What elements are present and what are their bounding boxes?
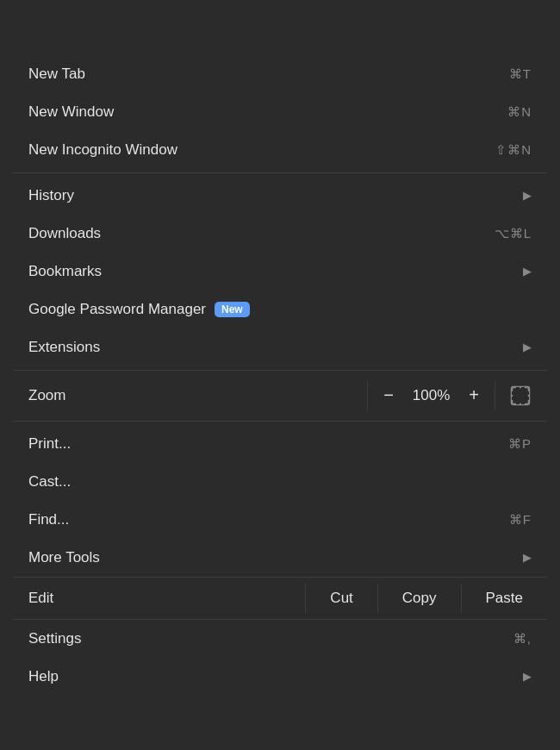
new-tab-label: New Tab [28,66,85,83]
edit-label: Edit [13,590,305,607]
zoom-divider-left [367,381,368,410]
menu-item-find[interactable]: Find... ⌘F [13,501,547,539]
zoom-row: Zoom − 100% + [13,374,547,417]
zoom-increase-button[interactable]: + [457,382,491,409]
svg-rect-0 [512,387,529,404]
find-label: Find... [28,511,69,528]
menu-item-new-tab[interactable]: New Tab ⌘T [13,55,547,93]
zoom-value-display: 100% [406,387,457,404]
menu-item-print[interactable]: Print... ⌘P [13,425,547,463]
history-arrow-icon: ▶ [523,189,532,202]
divider-1 [13,172,547,173]
more-tools-label: More Tools [28,549,100,566]
menu-item-new-window[interactable]: New Window ⌘N [13,93,547,131]
print-label: Print... [28,435,71,453]
bookmarks-label: Bookmarks [28,263,102,280]
zoom-fullscreen-button[interactable] [509,384,532,407]
menu-item-new-incognito[interactable]: New Incognito Window ⇧⌘N [13,131,547,169]
help-arrow-icon: ▶ [523,670,532,683]
new-incognito-label: New Incognito Window [28,141,177,159]
find-shortcut: ⌘F [509,512,532,528]
menu-item-settings[interactable]: Settings ⌘, [13,620,547,658]
menu-item-extensions[interactable]: Extensions ▶ [13,328,547,366]
zoom-divider-right [495,381,495,410]
downloads-label: Downloads [28,225,101,242]
bookmarks-arrow-icon: ▶ [523,265,532,278]
fullscreen-icon [509,384,532,407]
menu-item-history[interactable]: History ▶ [13,177,547,215]
edit-row: Edit Cut Copy Paste [13,577,547,620]
print-shortcut: ⌘P [508,436,532,452]
cast-label: Cast... [28,473,71,491]
downloads-shortcut: ⌥⌘L [495,226,532,241]
divider-2 [13,370,547,371]
copy-button[interactable]: Copy [378,578,461,619]
new-window-shortcut: ⌘N [507,104,532,120]
zoom-decrease-button[interactable]: − [371,382,406,409]
zoom-label: Zoom [28,387,364,404]
paste-button[interactable]: Paste [462,578,547,619]
menu-item-bookmarks[interactable]: Bookmarks ▶ [13,253,547,291]
help-label: Help [28,668,59,685]
extensions-arrow-icon: ▶ [523,341,532,353]
gpm-label: Google Password Manager [28,301,206,318]
menu-item-help[interactable]: Help ▶ [13,658,547,696]
context-menu: New Tab ⌘T New Window ⌘N New Incognito W… [13,50,547,701]
divider-3 [13,421,547,422]
more-tools-arrow-icon: ▶ [523,551,532,564]
gpm-new-badge: New [215,302,250,317]
new-window-label: New Window [28,103,114,121]
new-tab-shortcut: ⌘T [509,66,532,82]
settings-shortcut: ⌘, [513,631,532,647]
extensions-label: Extensions [28,339,100,356]
history-label: History [28,187,74,204]
cut-button[interactable]: Cut [306,578,376,619]
menu-item-gpm[interactable]: Google Password Manager New [13,291,547,328]
new-incognito-shortcut: ⇧⌘N [495,142,532,158]
menu-item-more-tools[interactable]: More Tools ▶ [13,539,547,577]
settings-label: Settings [28,630,81,647]
menu-item-downloads[interactable]: Downloads ⌥⌘L [13,215,547,253]
menu-item-cast[interactable]: Cast... [13,463,547,501]
